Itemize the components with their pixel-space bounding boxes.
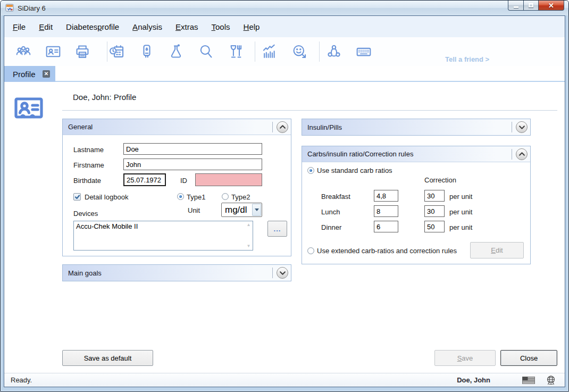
tab-profile[interactable]: Profile ✕ — [4, 66, 55, 82]
app-icon — [5, 4, 14, 12]
devices-list[interactable]: Accu-Chek Mobile II ▲ ▼ — [73, 221, 253, 251]
divider — [272, 268, 273, 278]
logbook-icon[interactable] — [108, 43, 125, 60]
edit-button[interactable]: Edit — [470, 242, 524, 258]
label-part: rofile — [102, 22, 120, 31]
window-title: SiDiary 6 — [18, 4, 46, 12]
divider — [62, 110, 557, 111]
save-as-default-label: Save as default — [84, 354, 132, 362]
devices-more-button[interactable]: ... — [267, 221, 287, 237]
more-label: ... — [274, 225, 281, 233]
toolbar-separator — [319, 41, 320, 62]
lab-values-icon[interactable] — [168, 43, 185, 60]
collapse-general-button[interactable] — [277, 121, 288, 133]
divider — [512, 149, 512, 160]
app-window: SiDiary 6 ✕ File Edit Diabetesprofile An… — [0, 0, 569, 392]
menu-item-tools[interactable]: Tools — [212, 22, 230, 31]
birthdate-input[interactable] — [123, 173, 166, 186]
save-button[interactable]: Save — [434, 350, 496, 366]
globe-icon[interactable] — [546, 375, 556, 387]
per-unit-label: per unit — [449, 193, 472, 201]
current-user: Doe, John — [457, 376, 490, 384]
scroll-up-icon[interactable]: ▲ — [247, 223, 251, 227]
section-title: Insulin/Pills — [307, 123, 512, 131]
detail-logbook-label: Detail logbook — [85, 193, 128, 201]
general-section-header: General — [63, 119, 291, 135]
glucose-meter-icon[interactable] — [138, 43, 155, 60]
lunch-ratio-input[interactable] — [374, 205, 398, 217]
title-bar[interactable]: SiDiary 6 ✕ — [1, 1, 568, 15]
label-part: E — [175, 22, 181, 31]
id-input[interactable] — [195, 173, 262, 186]
unit-label: Unit — [188, 206, 200, 214]
chevron-up-icon — [280, 125, 286, 129]
scroll-down-icon[interactable]: ▼ — [247, 244, 251, 248]
menu-item-analysis[interactable]: Analysis — [132, 22, 162, 31]
share-icon[interactable] — [325, 43, 342, 60]
label-part: A — [132, 22, 138, 31]
label-part: T — [212, 22, 216, 31]
list-item[interactable]: Accu-Chek Mobile II — [74, 221, 253, 231]
tell-a-friend-link[interactable]: Tell a friend > — [445, 55, 489, 63]
label-part: ools — [215, 22, 230, 31]
section-title: Carbs/insulin ratio/Correction rules — [307, 150, 512, 158]
type2-radio[interactable] — [222, 193, 229, 200]
menu-item-file[interactable]: File — [13, 22, 26, 31]
profile-page: Doe, John: Profile General Lastname Firs… — [4, 83, 565, 373]
patients-icon[interactable] — [15, 43, 32, 60]
unit-select[interactable]: mg/dl — [221, 203, 262, 217]
lunch-correction-input[interactable] — [424, 205, 445, 217]
type1-radio[interactable] — [177, 193, 184, 200]
extended-carb-ratios-radio[interactable] — [307, 247, 314, 254]
lastname-input[interactable] — [123, 143, 262, 155]
detail-logbook-checkbox[interactable] — [73, 193, 81, 201]
breakfast-ratio-input[interactable] — [374, 190, 398, 202]
label-part: dit — [44, 22, 53, 31]
minimize-icon — [514, 6, 518, 8]
keyboard-icon[interactable] — [355, 43, 372, 60]
section-title: General — [68, 123, 272, 131]
toolbar: Tell a friend > — [4, 37, 565, 66]
label-part: E — [491, 246, 496, 254]
profile-page-icon — [13, 93, 45, 126]
chevron-down-icon — [280, 271, 286, 275]
section-title: Main goals — [68, 269, 272, 277]
insulin-pills-header: Insulin/Pills — [302, 119, 530, 135]
expand-main-goals-button[interactable] — [277, 267, 288, 279]
toolbar-separator — [107, 41, 107, 62]
label-part: p — [97, 22, 102, 31]
breakfast-correction-input[interactable] — [424, 190, 445, 202]
close-button[interactable]: Close — [500, 350, 557, 366]
language-flag-icon[interactable] — [522, 377, 535, 386]
collapse-carbs-button[interactable] — [516, 148, 528, 160]
wellbeing-icon[interactable] — [291, 43, 308, 60]
dinner-correction-input[interactable] — [424, 221, 445, 232]
profile-card-icon[interactable] — [45, 43, 62, 60]
devices-list-scrollbar[interactable]: ▲ ▼ — [245, 222, 252, 249]
save-as-default-button[interactable]: Save as default — [62, 350, 153, 366]
minimize-button[interactable] — [508, 1, 524, 11]
divider — [512, 122, 512, 132]
maximize-button[interactable] — [524, 1, 539, 11]
printer-icon[interactable] — [74, 43, 91, 60]
tab-label: Profile — [13, 70, 36, 79]
birthdate-label: Birthdate — [73, 177, 101, 185]
menu-item-extras[interactable]: Extras — [175, 22, 198, 31]
statistics-icon[interactable] — [261, 43, 278, 60]
menu-item-help[interactable]: Help — [244, 22, 260, 31]
dinner-ratio-input[interactable] — [374, 221, 398, 232]
menu-item-edit[interactable]: Edit — [39, 22, 53, 31]
tab-close-icon[interactable]: ✕ — [43, 70, 50, 78]
status-text: Ready. — [11, 376, 32, 384]
standard-carb-ratios-radio[interactable] — [307, 167, 314, 174]
nutrition-icon[interactable] — [227, 43, 244, 60]
menu-item-diabetesprofile[interactable]: Diabetesprofile — [66, 22, 119, 31]
correction-column-label: Correction — [424, 176, 456, 184]
search-icon[interactable] — [197, 43, 214, 60]
label-part: E — [39, 22, 44, 31]
expand-insulin-pills-button[interactable] — [516, 121, 528, 133]
carbs-section-header: Carbs/insulin ratio/Correction rules — [302, 146, 530, 162]
close-window-button[interactable]: ✕ — [539, 1, 564, 11]
main-goals-header: Main goals — [63, 265, 291, 281]
firstname-input[interactable] — [123, 159, 262, 170]
